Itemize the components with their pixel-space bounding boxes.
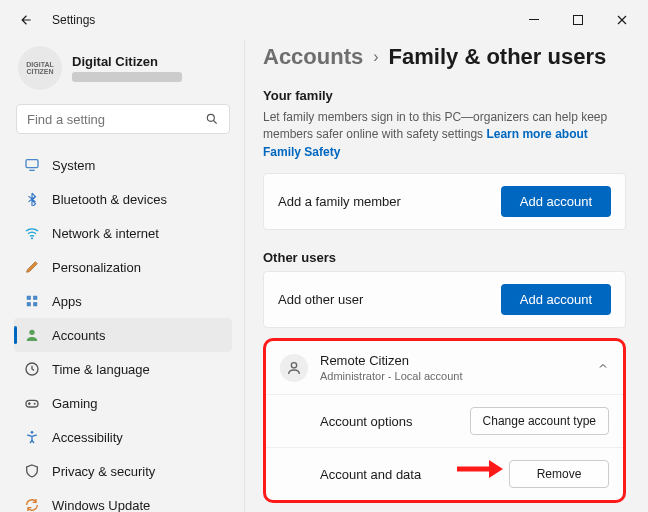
sidebar: DIGITAL CITIZEN Digital Citizen System B… (0, 40, 240, 512)
breadcrumb: Accounts › Family & other users (263, 44, 626, 70)
account-data-row: Account and data Remove (266, 447, 623, 500)
main-content: Accounts › Family & other users Your fam… (244, 40, 648, 512)
accessibility-icon (24, 429, 40, 445)
avatar: DIGITAL CITIZEN (18, 46, 62, 90)
nav-item-network[interactable]: Network & internet (14, 216, 232, 250)
system-icon (24, 157, 40, 173)
change-account-type-button[interactable]: Change account type (470, 407, 609, 435)
family-card: Add a family member Add account (263, 173, 626, 230)
account-options-row: Account options Change account type (266, 394, 623, 447)
maximize-icon (573, 15, 583, 25)
svg-point-14 (291, 362, 296, 367)
page-title: Family & other users (389, 44, 607, 70)
search-box[interactable] (16, 104, 230, 134)
close-icon (617, 15, 627, 25)
other-user-name: Remote Citizen (320, 353, 462, 368)
breadcrumb-parent[interactable]: Accounts (263, 44, 363, 70)
nav-label: Accessibility (52, 430, 123, 445)
svg-rect-5 (27, 296, 31, 300)
profile-email-redacted (72, 72, 182, 82)
other-users-title: Other users (263, 250, 626, 265)
arrow-annotation (455, 458, 505, 480)
remove-button[interactable]: Remove (509, 460, 609, 488)
nav-label: Personalization (52, 260, 141, 275)
profile-name: Digital Citizen (72, 54, 182, 69)
wifi-icon (24, 225, 40, 241)
svg-rect-7 (27, 302, 31, 306)
add-other-label: Add other user (278, 292, 363, 307)
svg-rect-1 (574, 16, 583, 25)
family-section-desc: Let family members sign in to this PC—or… (263, 109, 626, 161)
svg-rect-3 (26, 160, 38, 168)
svg-rect-0 (529, 19, 539, 20)
svg-point-12 (34, 403, 36, 405)
nav-item-accessibility[interactable]: Accessibility (14, 420, 232, 454)
brush-icon (24, 259, 40, 275)
window-title: Settings (52, 13, 95, 27)
other-user-role: Administrator - Local account (320, 370, 462, 382)
svg-point-2 (207, 114, 214, 121)
bluetooth-icon (24, 191, 40, 207)
titlebar: Settings (0, 0, 648, 40)
minimize-button[interactable] (512, 5, 556, 35)
nav-label: Time & language (52, 362, 150, 377)
apps-icon (24, 293, 40, 309)
add-other-row: Add other user Add account (264, 272, 625, 327)
svg-point-13 (31, 431, 34, 434)
add-other-card: Add other user Add account (263, 271, 626, 328)
profile-block[interactable]: DIGITAL CITIZEN Digital Citizen (14, 40, 232, 104)
nav-item-accounts[interactable]: Accounts (14, 318, 232, 352)
nav-item-apps[interactable]: Apps (14, 284, 232, 318)
nav-label: Network & internet (52, 226, 159, 241)
nav-item-personalization[interactable]: Personalization (14, 250, 232, 284)
other-user-header[interactable]: Remote Citizen Administrator - Local acc… (266, 341, 623, 394)
svg-rect-11 (26, 400, 38, 407)
nav-label: Accounts (52, 328, 105, 343)
chevron-right-icon: › (373, 48, 378, 66)
nav-label: Apps (52, 294, 82, 309)
nav-item-privacy[interactable]: Privacy & security (14, 454, 232, 488)
nav-label: Bluetooth & devices (52, 192, 167, 207)
back-button[interactable] (14, 8, 38, 32)
nav-list: System Bluetooth & devices Network & int… (14, 148, 232, 512)
nav-item-system[interactable]: System (14, 148, 232, 182)
arrow-left-icon (19, 13, 33, 27)
gaming-icon (24, 395, 40, 411)
nav-label: Windows Update (52, 498, 150, 513)
svg-point-4 (31, 237, 33, 239)
svg-rect-8 (33, 302, 37, 306)
person-icon (24, 327, 40, 343)
search-input[interactable] (27, 112, 205, 127)
nav-label: System (52, 158, 95, 173)
nav-label: Privacy & security (52, 464, 155, 479)
add-family-row: Add a family member Add account (264, 174, 625, 229)
add-family-button[interactable]: Add account (501, 186, 611, 217)
svg-point-9 (29, 330, 34, 335)
clock-icon (24, 361, 40, 377)
update-icon (24, 497, 40, 512)
maximize-button[interactable] (556, 5, 600, 35)
account-options-label: Account options (320, 414, 413, 429)
window-controls (512, 5, 644, 35)
add-family-label: Add a family member (278, 194, 401, 209)
account-data-label: Account and data (320, 467, 421, 482)
close-button[interactable] (600, 5, 644, 35)
nav-item-gaming[interactable]: Gaming (14, 386, 232, 420)
nav-label: Gaming (52, 396, 98, 411)
family-section-title: Your family (263, 88, 626, 103)
svg-rect-6 (33, 296, 37, 300)
chevron-up-icon (597, 360, 609, 375)
search-icon (205, 112, 219, 126)
nav-item-time[interactable]: Time & language (14, 352, 232, 386)
minimize-icon (529, 15, 539, 25)
other-user-card: Remote Citizen Administrator - Local acc… (263, 338, 626, 503)
add-other-button[interactable]: Add account (501, 284, 611, 315)
nav-item-update[interactable]: Windows Update (14, 488, 232, 512)
nav-item-bluetooth[interactable]: Bluetooth & devices (14, 182, 232, 216)
person-icon (280, 354, 308, 382)
shield-icon (24, 463, 40, 479)
